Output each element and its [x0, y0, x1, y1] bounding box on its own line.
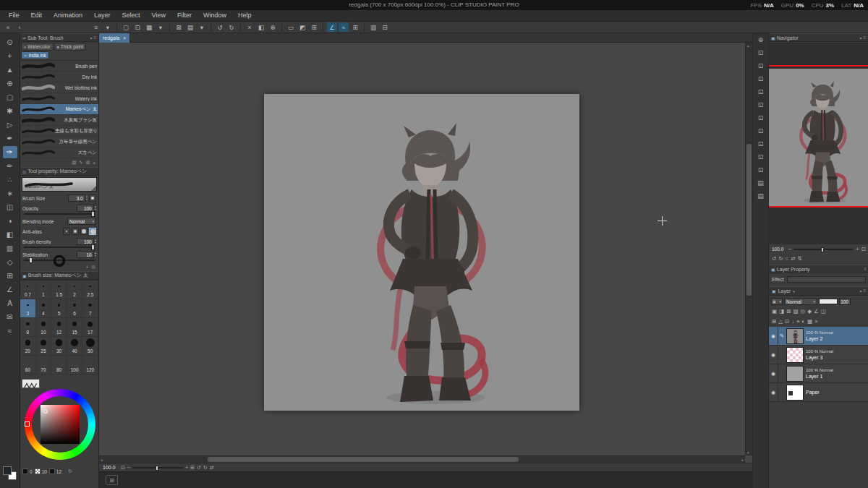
- horizontal-scroll-thumb[interactable]: [208, 457, 519, 462]
- toolbar-button[interactable]: [26, 22, 90, 32]
- brush-size-spinner[interactable]: ▴▾: [86, 195, 88, 201]
- brush-size-cell[interactable]: 5: [51, 299, 67, 318]
- main-menu-button[interactable]: ≡: [91, 22, 101, 32]
- selection-border-button[interactable]: ⊞: [309, 22, 319, 32]
- eraser-tool[interactable]: ◫: [3, 201, 17, 213]
- scroll-up-icon[interactable]: ▴: [747, 43, 749, 48]
- panel-menu-icon[interactable]: ≡: [863, 288, 866, 294]
- reference-layer-icon[interactable]: ◆: [807, 308, 812, 314]
- menu-item[interactable]: Edit: [25, 10, 48, 21]
- chevron-down-icon[interactable]: ▾: [793, 289, 795, 294]
- eye-icon[interactable]: ◉: [769, 383, 778, 401]
- eye-icon[interactable]: ◉: [769, 364, 778, 382]
- rotate-right-icon[interactable]: ↻: [203, 465, 208, 471]
- menu-item[interactable]: Animation: [48, 10, 88, 21]
- main-color-chip[interactable]: [3, 466, 12, 475]
- rotate-left-icon[interactable]: ↺: [772, 255, 776, 262]
- color-wheel[interactable]: [25, 389, 95, 460]
- collapsed-palette-icon[interactable]: ⊡: [756, 140, 766, 149]
- panel-caret-icon[interactable]: ▾: [859, 288, 861, 294]
- brush-size-cell[interactable]: 8: [20, 318, 36, 337]
- rotate-left-icon[interactable]: ↺: [197, 465, 201, 471]
- Layer 2[interactable]: ◉ ✎ 100 % Normal Layer 2: [769, 327, 868, 346]
- apply-mask-icon[interactable]: ▦: [807, 318, 812, 325]
- collapsed-palette-icon[interactable]: ⊡: [756, 127, 766, 136]
- layer-color-icon[interactable]: ▣: [772, 308, 777, 314]
- layer-opacity-value[interactable]: 100: [839, 298, 851, 305]
- collapsed-palette-icon[interactable]: ⊡: [756, 87, 766, 97]
- brush-size-cell[interactable]: 4: [36, 299, 52, 318]
- vertical-scrollbar[interactable]: ▴ ▾: [745, 43, 752, 455]
- figure-tool[interactable]: ◇: [3, 256, 17, 268]
- menu-item[interactable]: Filter: [171, 10, 197, 21]
- decoration-tool[interactable]: ∗: [3, 187, 17, 200]
- subtool-brush-item[interactable]: Wet blotting ink: [20, 82, 98, 93]
- Paper[interactable]: ◉ ✎ Paper: [769, 383, 868, 402]
- eyedropper-tool[interactable]: ▷: [3, 119, 17, 131]
- zoom-out-icon[interactable]: −: [127, 465, 130, 470]
- brush-size-cell[interactable]: 20: [20, 337, 36, 356]
- ruler-tool[interactable]: ∠: [3, 283, 17, 296]
- save-caret[interactable]: ▾: [156, 22, 166, 32]
- palette-dock-button[interactable]: ⊟: [380, 22, 390, 32]
- color-chip-icon[interactable]: [49, 468, 55, 474]
- move-layer-tool[interactable]: ⊕: [3, 77, 17, 90]
- balloon-tool[interactable]: ✉: [3, 311, 17, 323]
- main-sub-color-chips[interactable]: [3, 466, 17, 481]
- actual-pixels-icon[interactable]: ⊞: [190, 465, 195, 471]
- menu-item[interactable]: Window: [197, 10, 232, 21]
- blend-tool[interactable]: ◑: [3, 215, 17, 227]
- brush-size-cell[interactable]: 17: [82, 318, 98, 337]
- frame-border-tool[interactable]: ⊞: [3, 270, 17, 282]
- subtool-brush-item[interactable]: 万年筆サ線画ペン: [20, 137, 98, 147]
- scroll-down-icon[interactable]: ▾: [747, 450, 749, 455]
- panel-menu-icon[interactable]: ≡: [93, 35, 96, 40]
- delete-layer-icon[interactable]: ×: [814, 318, 817, 325]
- brush-preset-preview[interactable]: Mameoペン 太: [22, 177, 97, 192]
- print-button[interactable]: ▤: [185, 22, 195, 32]
- subtool-group-tab[interactable]: ◐Watercolor: [21, 43, 54, 51]
- new-subtool-icon[interactable]: ▤: [72, 160, 76, 166]
- subtool-brush-item[interactable]: ズカペン: [20, 147, 98, 158]
- ruler-icon[interactable]: ∠: [814, 308, 819, 314]
- scale-rotate-button[interactable]: ⊕: [268, 22, 278, 32]
- collapsed-palette-icon[interactable]: ⊡: [756, 61, 766, 71]
- flip-vertical-icon[interactable]: ⇅: [797, 255, 801, 262]
- brush-size-cell[interactable]: 15: [67, 318, 83, 337]
- subtool-brush-item[interactable]: 木炭風ブラシ改: [20, 115, 98, 126]
- new-folder-icon[interactable]: ⊡: [785, 318, 789, 325]
- anti-alias-middle-button[interactable]: [80, 228, 88, 235]
- layer-opacity-slider[interactable]: [819, 299, 838, 304]
- new-file-button[interactable]: ▢: [121, 22, 131, 32]
- transfer-down-icon[interactable]: ↓: [791, 318, 794, 325]
- stabilization-spinner[interactable]: ▴▾: [95, 252, 96, 257]
- layer-thumbnail[interactable]: [786, 366, 804, 382]
- anti-alias-weak-button[interactable]: [72, 228, 79, 235]
- panel-menu-icon[interactable]: ≡: [864, 267, 867, 271]
- advanced-settings-icon[interactable]: ◎: [91, 264, 95, 270]
- ruler-display-button[interactable]: ▥: [368, 22, 378, 32]
- collapsed-palette-icon[interactable]: ⊡: [756, 166, 766, 175]
- lock-layer-icon[interactable]: ⊠: [786, 308, 791, 314]
- collapse-palette-left-button[interactable]: «: [3, 22, 13, 32]
- menu-item[interactable]: File: [3, 10, 25, 21]
- zoom-slider[interactable]: [132, 467, 183, 468]
- snap-to-ruler-button[interactable]: ∠: [327, 22, 337, 32]
- collapsed-palette-icon[interactable]: ⊡: [756, 48, 766, 58]
- brush-tool[interactable]: ✑: [3, 146, 17, 158]
- edit-subtool-icon[interactable]: ✎: [79, 160, 82, 166]
- print-caret[interactable]: ▾: [197, 22, 207, 32]
- invert-selection-button[interactable]: ◩: [297, 22, 307, 32]
- toolbar-button[interactable]: [240, 24, 241, 31]
- layer-thumbnail[interactable]: [786, 385, 804, 401]
- menu-caret[interactable]: ▾: [103, 22, 113, 32]
- clip-below-icon[interactable]: ◨: [779, 308, 784, 314]
- brush-size-cell[interactable]: 80: [51, 356, 67, 374]
- text-tool[interactable]: A: [3, 297, 17, 309]
- fill-button[interactable]: ◧: [256, 22, 266, 32]
- canvas-viewport[interactable]: [99, 43, 745, 455]
- move-view-tool[interactable]: +: [3, 50, 17, 62]
- brush-size-cell[interactable]: 6: [67, 299, 83, 318]
- document-tab[interactable]: redgala ×: [99, 33, 130, 43]
- toolbar-button[interactable]: [323, 24, 323, 31]
